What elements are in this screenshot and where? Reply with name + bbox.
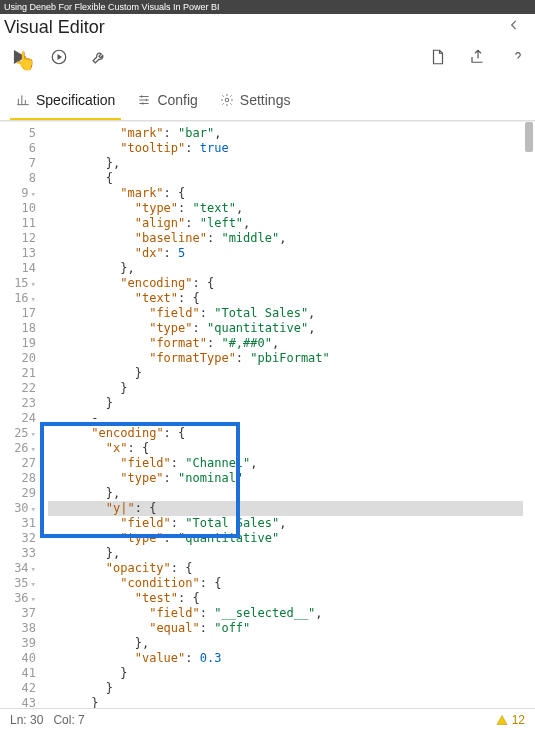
svg-point-3: [225, 98, 229, 102]
auto-apply-button[interactable]: [48, 46, 70, 68]
question-icon: [509, 48, 527, 66]
tab-settings[interactable]: Settings: [214, 84, 297, 120]
svg-marker-0: [15, 51, 26, 63]
tab-settings-label: Settings: [240, 92, 291, 108]
tab-specification-label: Specification: [36, 92, 115, 108]
gear-icon: [220, 93, 234, 107]
cursor-position: Ln: 30 Col: 7: [10, 713, 85, 727]
line-gutter: 56789▾101112131415▾16▾171819202122232425…: [0, 122, 44, 708]
file-icon: [429, 48, 447, 66]
run-button[interactable]: [8, 46, 30, 68]
scroll-thumb[interactable]: [525, 122, 533, 152]
play-circle-icon: [50, 48, 68, 66]
warning-icon: [496, 714, 508, 726]
page-banner: Using Deneb For Flexible Custom Visuals …: [0, 0, 535, 14]
tab-specification[interactable]: Specification: [10, 84, 121, 120]
wrench-icon: [90, 48, 108, 66]
banner-text: Using Deneb For Flexible Custom Visuals …: [4, 2, 219, 12]
play-icon: [10, 48, 28, 66]
svg-marker-2: [58, 54, 63, 60]
sliders-icon: [137, 93, 151, 107]
panel-header: Visual Editor: [0, 14, 535, 44]
chevron-left-icon: [507, 18, 521, 32]
status-bar: Ln: 30 Col: 7 12: [0, 708, 535, 731]
repair-button[interactable]: [88, 46, 110, 68]
share-icon: [469, 48, 487, 66]
code-editor[interactable]: 56789▾101112131415▾16▾171819202122232425…: [0, 121, 535, 708]
panel-title: Visual Editor: [4, 17, 105, 38]
new-spec-button[interactable]: [427, 46, 449, 68]
collapse-panel-button[interactable]: [501, 16, 527, 38]
code-content[interactable]: "mark": "bar", "tooltip": true }, { "mar…: [48, 126, 523, 708]
toolbar: [0, 44, 535, 78]
help-button[interactable]: [507, 46, 529, 68]
tab-config-label: Config: [157, 92, 197, 108]
tab-config[interactable]: Config: [131, 84, 203, 120]
editor-scrollbar[interactable]: [525, 122, 533, 708]
warnings-indicator[interactable]: 12: [496, 713, 525, 727]
warnings-count: 12: [512, 713, 525, 727]
export-button[interactable]: [467, 46, 489, 68]
editor-tabs: Specification Config Settings: [0, 84, 535, 121]
chart-icon: [16, 93, 30, 107]
